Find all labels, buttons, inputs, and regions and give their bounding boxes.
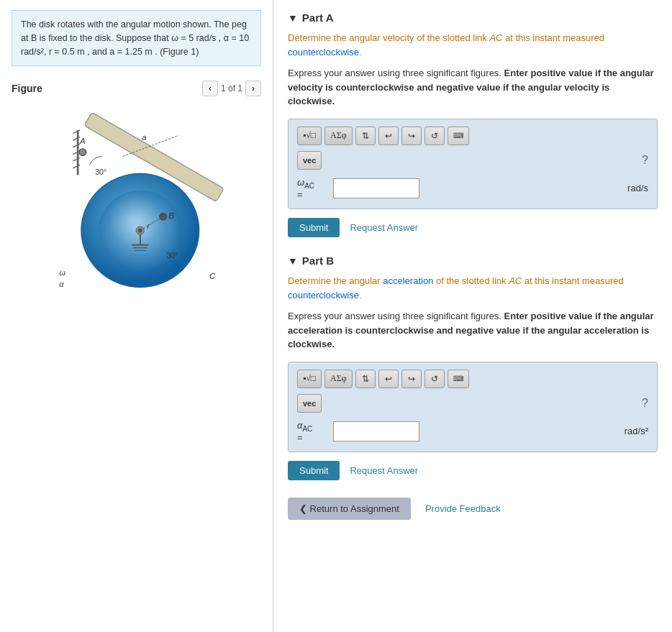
problem-text: The disk rotates with the angular motion…	[12, 10, 261, 66]
part-a-actions: Submit Request Answer	[288, 218, 658, 237]
svg-point-17	[79, 149, 86, 156]
undo-button-b[interactable]: ↩	[378, 370, 399, 388]
part-a-request-link[interactable]: Request Answer	[350, 222, 418, 233]
formula-button-a[interactable]: ▪√□	[297, 127, 322, 145]
arrow-button-b[interactable]: ⇅	[355, 370, 376, 388]
part-a-input-label: ωAC=	[297, 177, 326, 201]
part-a-toolbar: ▪√□ ΑΣφ ⇅ ↩ ↪ ↺ ⌨	[297, 127, 648, 145]
dim-r-label: r	[147, 221, 150, 230]
part-a-unit: rad/s	[627, 183, 648, 193]
part-a-instructions: Express your answer using three signific…	[288, 66, 658, 109]
point-a-label: A	[79, 137, 86, 145]
keyboard-button-b[interactable]: ⌨	[448, 370, 469, 388]
part-b-input[interactable]	[333, 421, 419, 441]
right-panel: ▼ Part A Determine the angular velocity …	[273, 0, 672, 632]
angle-30-label: 30°	[95, 168, 106, 177]
part-b-title: Part B	[302, 255, 334, 267]
part-b-input-label: αAC=	[297, 420, 326, 444]
sigma-button-a[interactable]: ΑΣφ	[324, 127, 353, 145]
part-a-input[interactable]	[333, 178, 419, 198]
part-b-request-link[interactable]: Request Answer	[350, 465, 418, 476]
keyboard-button-a[interactable]: ⌨	[448, 127, 469, 145]
part-b-input-row: αAC= rad/s²	[297, 420, 648, 444]
refresh-button-a[interactable]: ↺	[424, 127, 445, 145]
part-b-submit-button[interactable]: Submit	[288, 461, 340, 480]
part-b-section: ▼ Part B Determine the angular accelerat…	[288, 255, 658, 480]
angle-30-bottom-label: 30°	[166, 251, 178, 260]
bottom-actions: ❮ Return to Assignment Provide Feedback	[288, 498, 658, 520]
dim-a-label: a	[142, 134, 146, 142]
help-icon-b[interactable]: ?	[642, 397, 648, 410]
part-a-collapse[interactable]: ▼	[288, 12, 298, 24]
part-b-collapse[interactable]: ▼	[288, 255, 298, 267]
figure-prev-button[interactable]: ‹	[202, 81, 218, 96]
part-b-actions: Submit Request Answer	[288, 461, 658, 480]
part-b-description: Determine the angular acceleration of th…	[288, 274, 658, 302]
problem-statement: The disk rotates with the angular motion…	[21, 19, 249, 57]
part-a-description: Determine the angular velocity of the sl…	[288, 31, 658, 59]
figure-next-button[interactable]: ›	[245, 81, 261, 96]
point-b-label: B	[168, 211, 174, 220]
part-a-input-row: ωAC= rad/s	[297, 177, 648, 201]
omega-label: ω	[59, 267, 65, 278]
figure-diagram: B A C a	[12, 102, 261, 296]
alpha-label: α	[59, 279, 64, 289]
part-b-unit: rad/s²	[625, 426, 648, 436]
arrow-button-a[interactable]: ⇅	[355, 127, 376, 145]
part-b-instructions: Express your answer using three signific…	[288, 309, 658, 352]
part-a-header: ▼ Part A	[288, 12, 658, 24]
redo-button-b[interactable]: ↪	[401, 370, 422, 388]
figure-label: Figure	[12, 83, 42, 94]
part-a-title: Part A	[302, 12, 334, 24]
part-b-header: ▼ Part B	[288, 255, 658, 267]
part-a-toolbar2: vec ?	[297, 151, 648, 170]
vec-button-a[interactable]: vec	[297, 151, 322, 170]
formula-button-b[interactable]: ▪√□	[297, 370, 322, 388]
point-c-label: C	[209, 272, 216, 280]
undo-button-a[interactable]: ↩	[378, 127, 399, 145]
redo-button-a[interactable]: ↪	[401, 127, 422, 145]
return-to-assignment-button[interactable]: ❮ Return to Assignment	[288, 498, 411, 520]
left-panel: The disk rotates with the angular motion…	[0, 0, 273, 632]
part-a-answer-box: ▪√□ ΑΣφ ⇅ ↩ ↪ ↺ ⌨ vec ? ωAC=	[288, 119, 658, 210]
provide-feedback-link[interactable]: Provide Feedback	[425, 503, 501, 514]
sigma-button-b[interactable]: ΑΣφ	[324, 370, 353, 388]
refresh-button-b[interactable]: ↺	[424, 370, 445, 388]
svg-point-8	[159, 214, 166, 221]
part-a-submit-button[interactable]: Submit	[288, 218, 340, 237]
part-b-toolbar: ▪√□ ΑΣφ ⇅ ↩ ↪ ↺ ⌨	[297, 370, 648, 388]
vec-button-b[interactable]: vec	[297, 394, 322, 413]
part-a-section: ▼ Part A Determine the angular velocity …	[288, 12, 658, 237]
figure-page: 1 of 1	[221, 83, 242, 93]
figure-svg: B A C a	[36, 109, 237, 296]
help-icon-a[interactable]: ?	[642, 154, 648, 167]
part-b-toolbar2: vec ?	[297, 394, 648, 413]
figure-header: Figure ‹ 1 of 1 ›	[12, 81, 261, 96]
figure-nav: ‹ 1 of 1 ›	[202, 81, 261, 96]
part-b-answer-box: ▪√□ ΑΣφ ⇅ ↩ ↪ ↺ ⌨ vec ? αAC=	[288, 362, 658, 453]
